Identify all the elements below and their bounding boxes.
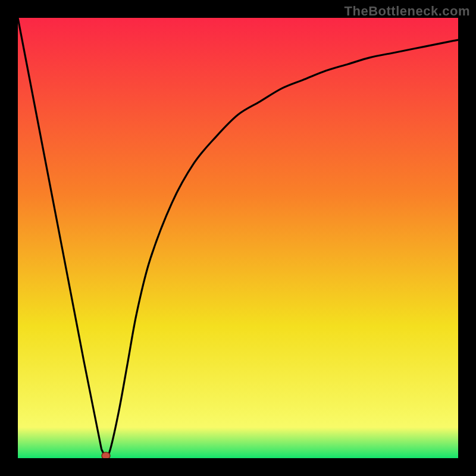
plot-background: [18, 18, 458, 458]
chart-frame: TheBottleneck.com: [0, 0, 476, 476]
optimal-point-marker: [102, 452, 110, 458]
bottleneck-chart: [18, 18, 458, 458]
watermark-text: TheBottleneck.com: [345, 4, 470, 19]
